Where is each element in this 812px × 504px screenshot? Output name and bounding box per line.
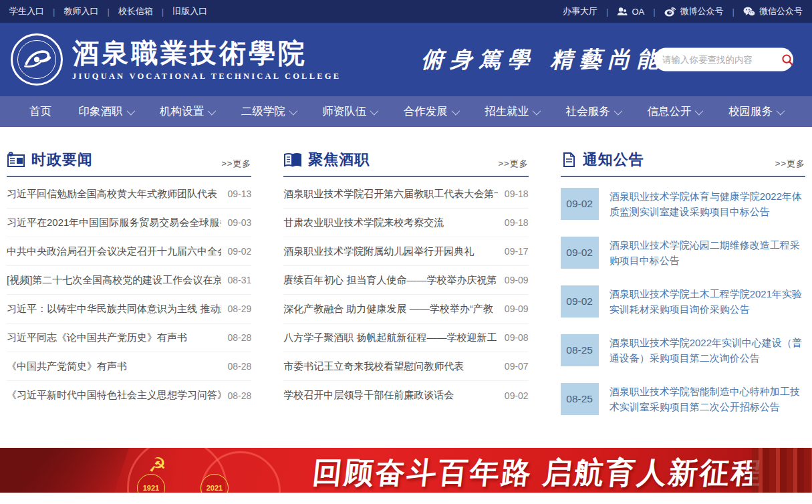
news-item[interactable]: 学校召开中层领导干部任前廉政谈话会09-02 — [283, 381, 528, 410]
section-notice-title: 通知公告 — [561, 150, 644, 170]
news-item[interactable]: 深化产教融合 助力健康发展 ——学校举办“产教09-09 — [283, 295, 528, 324]
news-item[interactable]: 赓续百年初心 担当育人使命——学校举办庆祝第09-09 — [283, 266, 528, 295]
news-item[interactable]: 甘肃农业职业技术学院来校考察交流09-18 — [283, 209, 528, 237]
banner-slogan: 回顾奋斗百年路 启航育人新征程 — [311, 453, 765, 493]
divider: | — [53, 7, 55, 17]
party-emblem-icon: ☭ — [148, 453, 166, 477]
nav-item-cooperation[interactable]: 合作发展 — [404, 104, 458, 119]
notice-item[interactable]: 09-02 酒泉职业技术学院土木工程学院2021年实验实训耗材采购项目询价采购公… — [561, 285, 805, 318]
section-politics-title: 时政要闻 — [7, 150, 93, 170]
nav-item-admissions[interactable]: 招生就业 — [485, 104, 539, 119]
notice-date-badge: 09-02 — [561, 285, 599, 318]
link-wechat[interactable]: 微信公众号 — [759, 5, 803, 17]
link-weibo[interactable]: 微博公众号 — [680, 5, 724, 17]
link-service-hall[interactable]: 办事大厅 — [563, 5, 597, 17]
nav-item-schools[interactable]: 二级学院 — [241, 104, 295, 119]
notice-date-badge: 09-02 — [561, 188, 599, 220]
topbar: 学生入口 | 教师入口 | 校长信箱 | 旧版入口 办事大厅 | OA | 微博… — [0, 0, 812, 23]
focus-news-list: 酒泉职业技术学院召开第六届教职工代表大会第十09-18 甘肃农业职业技术学院来校… — [283, 180, 528, 410]
search-box — [654, 48, 793, 72]
nav-item-impression[interactable]: 印象酒职 — [79, 104, 133, 119]
news-item[interactable]: 市委书记王立奇来我校看望慰问教师代表09-07 — [283, 352, 528, 381]
nav-item-social-service[interactable]: 社会服务 — [566, 104, 620, 119]
news-item[interactable]: 习近平同志《论中国共产党历史》有声书08-28 — [7, 324, 251, 352]
section-politics-news: 时政要闻 >>更多 习近平回信勉励全国高校黄大年式教师团队代表09-13 习近平… — [7, 146, 251, 432]
notice-date-badge: 09-02 — [561, 237, 599, 269]
link-teacher-portal[interactable]: 教师入口 — [63, 5, 98, 17]
link-president-mailbox[interactable]: 校长信箱 — [118, 5, 153, 17]
divider: | — [606, 7, 608, 17]
news-item[interactable]: [视频]第二十七次全国高校党的建设工作会议在京08-31 — [7, 266, 251, 295]
divider: | — [107, 7, 109, 17]
news-item[interactable]: 习近平在2021年中国国际服务贸易交易会全球服务09-03 — [7, 209, 251, 237]
college-name-block: 酒泉職業技術學院 JIUQUAN VOCATIONAL TECHNICAL CO… — [72, 38, 341, 82]
anniversary-banner[interactable]: ☭ 1921 2021 回顾奋斗百年路 启航育人新征程 — [0, 448, 812, 493]
section-focus-title: 聚焦酒职 — [283, 150, 370, 170]
nav-item-organization[interactable]: 机构设置 — [160, 104, 214, 119]
topbar-left-links: 学生入口 | 教师入口 | 校长信箱 | 旧版入口 — [9, 5, 207, 17]
banner-building-art — [752, 448, 812, 493]
topbar-right-links: 办事大厅 | OA | 微博公众号 | 微信公众号 — [563, 5, 803, 17]
chevron-down-icon — [451, 106, 460, 115]
link-old-site[interactable]: 旧版入口 — [172, 5, 207, 17]
chevron-down-icon — [533, 106, 541, 115]
main-nav: 首页 印象酒职 机构设置 二级学院 师资队伍 合作发展 招生就业 社会服务 信息… — [0, 96, 812, 127]
banner-decoration — [0, 448, 133, 493]
wechat-icon — [743, 7, 755, 17]
link-student-portal[interactable]: 学生入口 — [9, 5, 44, 17]
politics-news-list: 习近平回信勉励全国高校黄大年式教师团队代表09-13 习近平在2021年中国国际… — [7, 180, 251, 410]
news-item[interactable]: 习近平：以铸牢中华民族共同体意识为主线 推动新08-29 — [7, 295, 251, 324]
chevron-down-icon — [126, 106, 135, 115]
search-icon[interactable] — [781, 53, 794, 66]
section-underline — [561, 176, 805, 177]
document-icon — [561, 152, 577, 168]
more-link-focus[interactable]: >>更多 — [498, 158, 528, 170]
nav-item-home[interactable]: 首页 — [29, 104, 51, 119]
news-item[interactable]: 《习近平新时代中国特色社会主义思想学习问答》08-28 — [7, 381, 251, 410]
notice-title: 酒泉职业技术学院智能制造中心特种加工技术实训室采购项目第二次公开招标公告 — [610, 383, 805, 415]
college-motto: 俯身篤學 精藝尚能 — [421, 45, 666, 75]
news-item[interactable]: 酒泉职业技术学院召开第六届教职工代表大会第十09-18 — [283, 180, 528, 209]
notice-title: 酒泉职业技术学院土木工程学院2021年实验实训耗材采购项目询价采购公告 — [610, 285, 805, 318]
logo-swirl — [13, 35, 61, 84]
notice-item[interactable]: 09-02 酒泉职业技术学院沁园二期维修改造工程采购项目中标公告 — [561, 237, 805, 269]
news-item[interactable]: 八方学子聚酒职 扬帆起航新征程——学校迎新工09-08 — [283, 324, 528, 352]
notice-item[interactable]: 08-25 酒泉职业技术学院智能制造中心特种加工技术实训室采购项目第二次公开招标… — [561, 383, 805, 415]
main-content: 时政要闻 >>更多 习近平回信勉励全国高校黄大年式教师团队代表09-13 习近平… — [0, 127, 812, 432]
news-item[interactable]: 习近平回信勉励全国高校黄大年式教师团队代表09-13 — [7, 180, 251, 209]
news-item[interactable]: 《中国共产党简史》有声书08-28 — [7, 352, 251, 381]
notice-list: 09-02 酒泉职业技术学院体育与健康学院2022年体质监测实训室建设采购项目中… — [561, 188, 805, 415]
notice-item[interactable]: 08-25 酒泉职业技术学院2022年实训中心建设（普通设备）采购项目第二次询价… — [561, 334, 805, 366]
divider: | — [732, 7, 734, 17]
link-oa[interactable]: OA — [632, 7, 644, 17]
chevron-down-icon — [370, 106, 379, 115]
notice-title: 酒泉职业技术学院2022年实训中心建设（普通设备）采购项目第二次询价公告 — [610, 334, 805, 366]
notice-date-badge: 08-25 — [561, 334, 599, 366]
more-link-politics[interactable]: >>更多 — [221, 158, 251, 170]
site-header: 酒泉職業技術學院 JIUQUAN VOCATIONAL TECHNICAL CO… — [0, 23, 812, 96]
section-underline — [283, 176, 528, 177]
open-book-icon — [283, 152, 302, 168]
chevron-down-icon — [289, 106, 297, 115]
search-input[interactable] — [662, 55, 781, 65]
section-notices: 通知公告 >>更多 09-02 酒泉职业技术学院体育与健康学院2022年体质监测… — [561, 146, 805, 432]
section-underline — [7, 176, 251, 177]
nav-item-faculty[interactable]: 师资队伍 — [322, 104, 376, 119]
college-logo[interactable] — [11, 33, 63, 86]
nav-item-campus-service[interactable]: 校园服务 — [728, 104, 783, 119]
nav-item-info-disclosure[interactable]: 信息公开 — [647, 104, 701, 119]
chevron-down-icon — [208, 106, 217, 115]
user-icon — [617, 7, 628, 16]
more-link-notices[interactable]: >>更多 — [775, 158, 805, 170]
news-item[interactable]: 酒泉职业技术学院附属幼儿园举行开园典礼09-17 — [283, 237, 528, 266]
college-name: 酒泉職業技術學院 — [72, 38, 341, 68]
college-name-english: JIUQUAN VOCATIONAL TECHNICAL COLLEGE — [72, 72, 341, 82]
notice-title: 酒泉职业技术学院体育与健康学院2022年体质监测实训室建设采购项目中标公告 — [610, 188, 805, 220]
divider: | — [653, 7, 655, 17]
notice-item[interactable]: 09-02 酒泉职业技术学院体育与健康学院2022年体质监测实训室建设采购项目中… — [561, 188, 805, 220]
divider: | — [162, 7, 164, 17]
news-item[interactable]: 中共中央政治局召开会议决定召开十九届六中全会09-02 — [7, 237, 251, 266]
chevron-down-icon — [776, 106, 785, 115]
weibo-icon — [664, 6, 676, 17]
newspaper-globe-icon — [7, 152, 25, 168]
